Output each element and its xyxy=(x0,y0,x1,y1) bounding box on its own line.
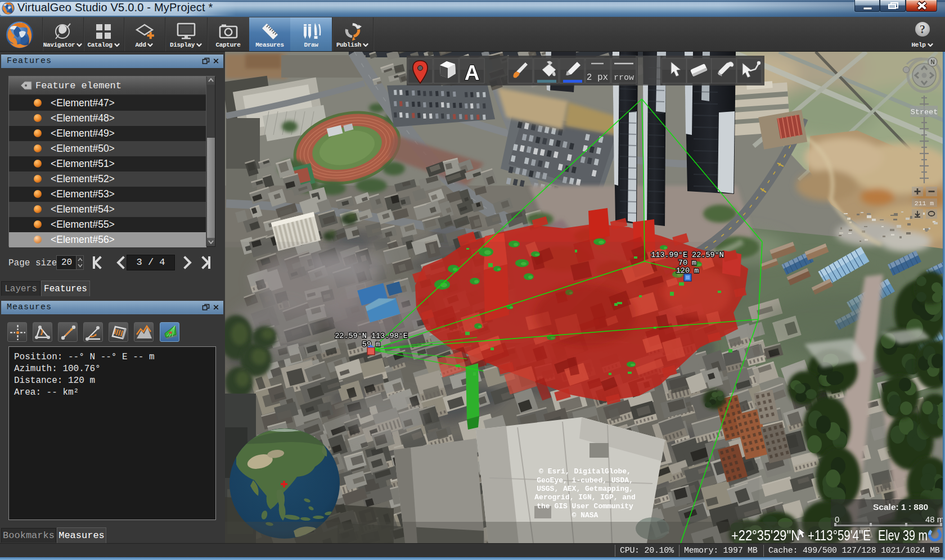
svg-text:Aerogrid, IGN, IGP, and: Aerogrid, IGN, IGP, and xyxy=(534,493,635,502)
svg-text:113.99°E 22.59°N: 113.99°E 22.59°N xyxy=(651,251,724,259)
svg-text:22.59°N 113.98°E: 22.59°N 113.98°E xyxy=(335,332,408,340)
svg-text:Elev 39 m: Elev 39 m xyxy=(878,527,928,543)
svg-text:2 px: 2 px xyxy=(587,73,608,83)
svg-text:211 m: 211 m xyxy=(915,200,934,207)
svg-text:+113°59'4"E: +113°59'4"E xyxy=(808,527,871,543)
svg-text:Street: Street xyxy=(911,108,938,116)
svg-text:rrow: rrow xyxy=(614,73,634,83)
svg-text:Scale: 1 : 880: Scale: 1 : 880 xyxy=(873,502,928,512)
svg-text:A: A xyxy=(465,61,480,84)
svg-text:USGS, AEX, Getmapping,: USGS, AEX, Getmapping, xyxy=(537,485,633,493)
svg-text:0: 0 xyxy=(835,514,839,524)
svg-text:N: N xyxy=(930,59,934,65)
svg-text:© NASA: © NASA xyxy=(572,511,598,520)
svg-text:48 m: 48 m xyxy=(925,514,943,524)
svg-text:?: ? xyxy=(920,23,925,35)
svg-text:+22°35'29"N: +22°35'29"N xyxy=(731,527,800,543)
svg-text:the GIS User Community: the GIS User Community xyxy=(537,502,633,511)
svg-text:© Esri, DigitalGlobe,: © Esri, DigitalGlobe, xyxy=(539,467,631,476)
svg-text:GeoEye, i-cubed, USDA,: GeoEye, i-cubed, USDA, xyxy=(537,476,633,485)
svg-text:70 m: 70 m xyxy=(678,259,696,267)
